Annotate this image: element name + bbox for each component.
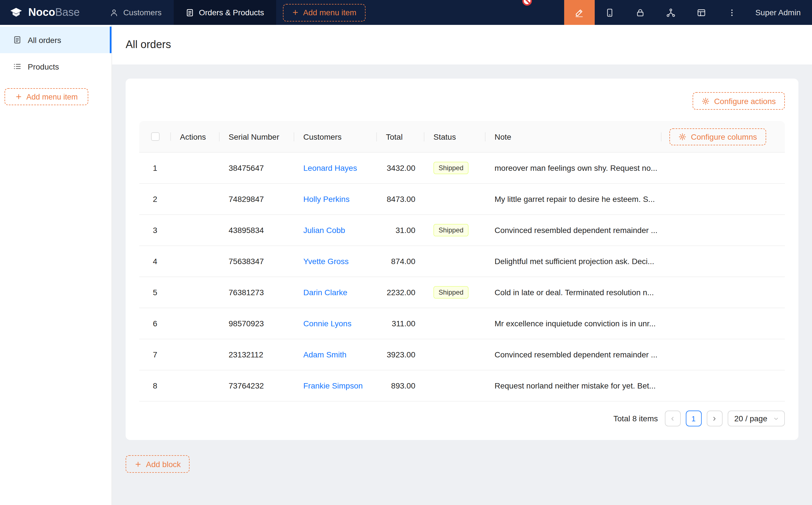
row-index-cell: 3	[139, 226, 171, 235]
row-index: 1	[153, 163, 157, 172]
row-customer-cell: Darin Clarke	[294, 288, 377, 297]
tab-label: Orders & Products	[199, 8, 264, 17]
column-header-customers: Customers	[294, 132, 377, 141]
logo: NocoBase	[0, 0, 90, 25]
users-icon	[110, 8, 118, 17]
pagination-total: Total 8 items	[614, 414, 658, 423]
sidebar-item-products[interactable]: Products	[0, 53, 112, 80]
customer-link[interactable]: Darin Clarke	[303, 288, 348, 297]
row-note: Request norland neither mistake for yet.…	[486, 381, 785, 390]
add-block-button[interactable]: Add block	[126, 455, 190, 473]
column-header-note: Note	[486, 132, 662, 141]
mobile-button[interactable]	[595, 0, 625, 25]
lock-button[interactable]	[625, 0, 656, 25]
user-menu[interactable]: Super Admin	[748, 0, 812, 25]
tab-label: Customers	[123, 8, 161, 17]
row-total: 874.00	[377, 257, 424, 266]
table-header-row: Actions Serial Number Customers Total St…	[139, 121, 785, 153]
brand-light: Base	[55, 6, 80, 18]
row-total: 8473.00	[377, 194, 424, 204]
customer-link[interactable]: Frankie Simpson	[303, 381, 363, 390]
row-total: 3923.00	[377, 350, 424, 359]
row-serial: 43895834	[220, 226, 294, 235]
customer-link[interactable]: Yvette Gross	[303, 257, 349, 266]
row-index: 2	[153, 194, 157, 204]
table-row: 6 98570923 Connie Lyons 311.00 Mr excell…	[139, 308, 785, 339]
add-menu-item-label: Add menu item	[303, 8, 356, 17]
pagination-page-1[interactable]: 1	[686, 410, 701, 427]
configure-actions-label: Configure actions	[714, 97, 776, 106]
top-header: NocoBase Customers Orders & Products Add…	[0, 0, 812, 25]
customer-link[interactable]: Julian Cobb	[303, 226, 345, 235]
app: NocoBase Customers Orders & Products Add…	[0, 0, 812, 505]
layout-button[interactable]	[686, 0, 717, 25]
more-button[interactable]	[717, 0, 748, 25]
column-header-total: Total	[377, 132, 424, 141]
plus-icon	[292, 9, 298, 16]
sidebar-item-label: All orders	[28, 35, 61, 44]
select-all-checkbox[interactable]	[151, 132, 159, 141]
row-note: My little garret repair to desire he est…	[486, 194, 785, 204]
tab-orders-products[interactable]: Orders & Products	[173, 0, 276, 25]
row-customer-cell: Holly Perkins	[294, 194, 377, 204]
row-status-cell: Shipped	[424, 162, 486, 174]
page-title: All orders	[126, 38, 171, 51]
select-all-cell	[139, 132, 171, 141]
row-index: 5	[153, 288, 157, 297]
user-name: Super Admin	[756, 8, 801, 17]
row-customer-cell: Julian Cobb	[294, 226, 377, 235]
row-index-cell: 2	[139, 194, 171, 204]
row-serial: 74829847	[220, 194, 294, 204]
customer-link[interactable]: Holly Perkins	[303, 194, 350, 204]
sidebar-item-all-orders[interactable]: All orders	[0, 27, 112, 53]
brand-text: NocoBase	[28, 6, 80, 19]
status-tag: Shipped	[433, 162, 468, 174]
main-content: All orders Configure actions Actions	[112, 25, 812, 505]
gear-icon	[678, 133, 686, 141]
brand-bold: Noco	[28, 6, 55, 18]
customer-link[interactable]: Connie Lyons	[303, 319, 352, 328]
configure-columns-cell: Configure columns	[662, 128, 785, 145]
table-row: 5 76381273 Darin Clarke 2232.00 Shipped …	[139, 277, 785, 308]
sidebar: All orders Products Add menu item	[0, 25, 112, 505]
add-menu-item-sidebar-button[interactable]: Add menu item	[5, 88, 88, 105]
nocobase-logo-icon	[9, 5, 23, 19]
row-index: 7	[153, 350, 157, 359]
configure-columns-button[interactable]: Configure columns	[669, 128, 766, 145]
pagination-prev-button[interactable]	[665, 410, 680, 427]
mobile-icon	[605, 8, 615, 17]
column-header-serial-number: Serial Number	[220, 132, 294, 141]
row-index-cell: 4	[139, 257, 171, 266]
body: All orders Products Add menu item All or…	[0, 25, 812, 505]
content-area: Configure actions Actions Serial Number …	[112, 64, 812, 505]
row-customer-cell: Leonard Hayes	[294, 163, 377, 172]
plus-icon	[135, 461, 141, 467]
table-row: 3 43895834 Julian Cobb 31.00 Shipped Con…	[139, 215, 785, 246]
row-note: Delightful met sufficient projection ask…	[486, 257, 785, 266]
page-size-select[interactable]: 20 / page	[727, 410, 785, 427]
row-total: 311.00	[377, 319, 424, 328]
row-serial: 76381273	[220, 288, 294, 297]
row-status-cell: Shipped	[424, 286, 486, 299]
configure-actions-button[interactable]: Configure actions	[693, 92, 785, 110]
column-header-actions: Actions	[171, 132, 220, 141]
ui-editor-button[interactable]	[564, 0, 595, 25]
sidebar-item-label: Products	[28, 62, 59, 71]
chevron-right-icon	[711, 415, 717, 422]
api-button[interactable]	[656, 0, 686, 25]
chevron-down-icon	[773, 415, 779, 422]
tab-customers[interactable]: Customers	[98, 0, 173, 25]
add-menu-item-header-button[interactable]: Add menu item	[283, 4, 365, 21]
page-header: All orders	[112, 25, 812, 64]
row-index: 3	[153, 226, 157, 235]
customer-link[interactable]: Leonard Hayes	[303, 163, 357, 172]
orders-icon	[185, 8, 194, 17]
gear-icon	[702, 97, 709, 105]
customer-link[interactable]: Adam Smith	[303, 350, 347, 359]
row-total: 2232.00	[377, 288, 424, 297]
row-customer-cell: Adam Smith	[294, 350, 377, 359]
table-body: 1 38475647 Leonard Hayes 3432.00 Shipped…	[139, 153, 785, 401]
row-note: moreover man feelings own shy. Request n…	[486, 163, 785, 172]
row-index: 4	[153, 257, 157, 266]
pagination-next-button[interactable]	[706, 410, 722, 427]
